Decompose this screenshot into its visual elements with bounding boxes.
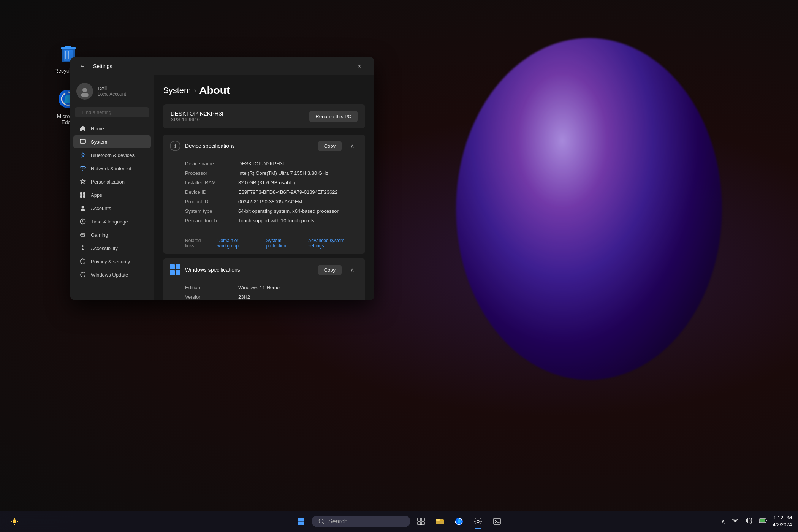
- taskbar-file-explorer[interactable]: [432, 513, 448, 530]
- spec-row-edition: Edition Windows 11 Home: [185, 283, 358, 292]
- taskbar-search-label: Search: [328, 518, 348, 525]
- svg-rect-15: [80, 192, 82, 195]
- spec-row-version: Version 23H2: [185, 292, 358, 300]
- spec-key-pen: Pen and touch: [185, 218, 238, 223]
- sidebar-item-network[interactable]: Network & internet: [73, 162, 151, 175]
- device-specs-section: ℹ Device specifications Copy ∧ Device na…: [163, 135, 365, 254]
- spec-row-product-id: Product ID 00342-21190-38005-AAOEM: [185, 197, 358, 206]
- spec-val-version: 23H2: [238, 294, 358, 300]
- taskbar-center: Search: [293, 513, 505, 530]
- privacy-icon: [79, 258, 86, 265]
- taskbar: Search ∧: [0, 511, 798, 532]
- sidebar-item-update[interactable]: Windows Update: [73, 268, 151, 281]
- pc-model: XPS 16 9640: [171, 117, 223, 122]
- related-link-domain[interactable]: Domain or workgroup: [217, 238, 258, 249]
- tray-volume-icon[interactable]: [744, 516, 754, 527]
- spec-row-system-type: System type 64-bit operating system, x64…: [185, 206, 358, 216]
- sidebar-item-personalization-label: Personalization: [91, 179, 125, 185]
- sidebar-item-home-label: Home: [91, 126, 104, 131]
- update-icon: [79, 271, 86, 278]
- windows-specs-copy-button[interactable]: Copy: [318, 265, 342, 275]
- svg-rect-16: [83, 192, 86, 195]
- svg-rect-18: [83, 195, 86, 198]
- breadcrumb-parent: System: [163, 86, 191, 95]
- related-link-advanced[interactable]: Advanced system settings: [308, 238, 358, 249]
- svg-rect-40: [421, 522, 424, 525]
- sidebar-item-accessibility[interactable]: Accessibility: [73, 242, 151, 255]
- sidebar-item-personalization[interactable]: Personalization: [73, 175, 151, 188]
- svg-line-36: [323, 522, 324, 524]
- pc-info: DESKTOP-N2KPH3I XPS 16 9640: [171, 110, 223, 122]
- home-icon: [79, 125, 86, 132]
- close-button[interactable]: ✕: [351, 60, 368, 72]
- device-specs-title: Device specifications: [185, 143, 314, 149]
- sidebar-item-time[interactable]: Time & language: [73, 215, 151, 228]
- spec-key-version: Version: [185, 294, 238, 300]
- svg-rect-17: [80, 195, 82, 198]
- sidebar-item-time-label: Time & language: [91, 219, 128, 225]
- sidebar-item-gaming[interactable]: Gaming: [73, 228, 151, 241]
- sidebar-item-home[interactable]: Home: [73, 122, 151, 135]
- sidebar-item-accessibility-label: Accessibility: [91, 245, 118, 251]
- spec-key-ram: Installed RAM: [185, 180, 238, 185]
- back-button[interactable]: ←: [76, 60, 89, 72]
- spec-val-ram: 32.0 GB (31.6 GB usable): [238, 180, 358, 185]
- user-section[interactable]: Dell Local Account: [70, 78, 154, 104]
- taskbar-start-button[interactable]: [293, 513, 309, 530]
- svg-point-26: [13, 519, 16, 523]
- sidebar-item-apps[interactable]: Apps: [73, 188, 151, 201]
- taskbar-task-view[interactable]: [413, 513, 429, 530]
- settings-search-input[interactable]: [82, 109, 146, 115]
- tray-battery-icon[interactable]: [757, 516, 769, 526]
- taskbar-terminal-button[interactable]: [489, 513, 505, 530]
- gaming-icon: [79, 231, 86, 238]
- sidebar-item-apps-label: Apps: [91, 192, 102, 198]
- taskbar-search[interactable]: Search: [312, 516, 410, 527]
- spec-row-pen: Pen and touch Touch support with 10 touc…: [185, 216, 358, 225]
- tray-chevron-icon[interactable]: ∧: [719, 516, 727, 527]
- spec-val-pen: Touch support with 10 touch points: [238, 218, 358, 223]
- sidebar: Dell Local Account Home: [70, 75, 154, 300]
- taskbar-left: [6, 513, 23, 530]
- spec-val-device-name: DESKTOP-N2KPH3I: [238, 161, 358, 166]
- svg-rect-48: [760, 519, 765, 522]
- spec-val-edition: Windows 11 Home: [238, 285, 358, 290]
- device-specs-copy-button[interactable]: Copy: [318, 141, 342, 151]
- sidebar-item-system[interactable]: System: [73, 135, 151, 148]
- taskbar-settings-button[interactable]: [470, 513, 486, 530]
- settings-body: Dell Local Account Home: [70, 75, 374, 300]
- clock-date: 4/2/2024: [773, 521, 792, 528]
- minimize-button[interactable]: —: [313, 60, 330, 72]
- spec-key-device-name: Device name: [185, 161, 238, 166]
- svg-point-24: [84, 235, 85, 236]
- personalization-icon: [79, 178, 86, 185]
- device-specs-collapse-button[interactable]: ∧: [346, 140, 358, 152]
- tray-network-icon[interactable]: [731, 516, 740, 526]
- svg-point-25: [82, 245, 84, 247]
- taskbar-clock[interactable]: 1:12 PM 4/2/2024: [773, 515, 792, 528]
- related-links: Related links Domain or workgroup System…: [163, 234, 365, 254]
- clock-time: 1:12 PM: [773, 515, 792, 521]
- spec-row-device-id: Device ID E39F79F3-BFD8-4B6F-9A79-01894E…: [185, 187, 358, 197]
- sidebar-item-bluetooth[interactable]: Bluetooth & devices: [73, 149, 151, 162]
- svg-rect-37: [418, 518, 421, 521]
- rename-pc-button[interactable]: Rename this PC: [309, 111, 358, 122]
- svg-rect-42: [436, 519, 440, 521]
- settings-search[interactable]: [75, 107, 149, 117]
- maximize-button[interactable]: □: [332, 60, 349, 72]
- windows-specs-body: Edition Windows 11 Home Version 23H2 Ins…: [163, 281, 365, 300]
- sidebar-item-accounts[interactable]: Accounts: [73, 202, 151, 215]
- avatar: [76, 83, 93, 100]
- svg-point-44: [477, 520, 479, 522]
- spec-row-device-name: Device name DESKTOP-N2KPH3I: [185, 159, 358, 168]
- related-links-label: Related links: [185, 238, 210, 249]
- sidebar-item-update-label: Windows Update: [91, 272, 128, 278]
- taskbar-edge-button[interactable]: [451, 513, 467, 530]
- title-bar: ← Settings — □ ✕: [70, 57, 374, 75]
- taskbar-weather-icon[interactable]: [6, 513, 23, 530]
- windows-specs-collapse-button[interactable]: ∧: [346, 264, 358, 276]
- related-link-protection[interactable]: System protection: [266, 238, 301, 249]
- sidebar-item-privacy[interactable]: Privacy & security: [73, 255, 151, 268]
- time-icon: [79, 218, 86, 225]
- spec-row-processor: Processor Intel(R) Core(TM) Ultra 7 155H…: [185, 168, 358, 178]
